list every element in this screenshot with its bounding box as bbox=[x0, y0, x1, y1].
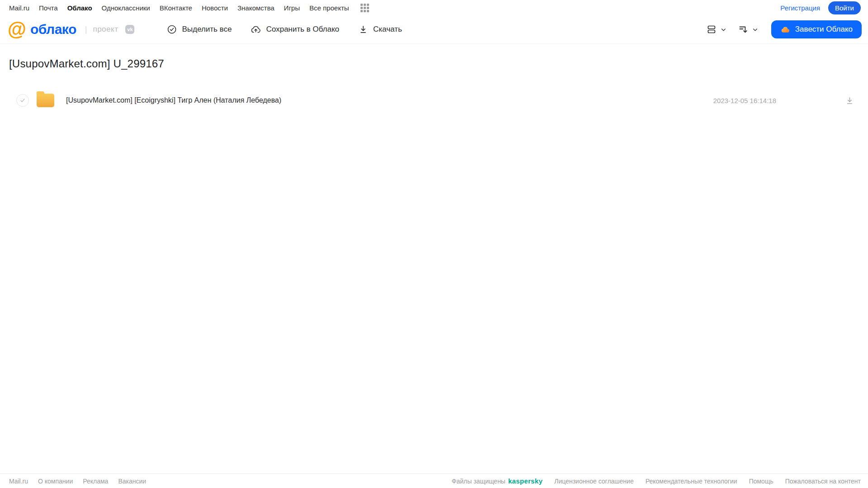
chevron-down-icon bbox=[752, 26, 759, 33]
file-name-link[interactable]: [UsupovMarket.com] [Ecoigryshki] Тигр Ал… bbox=[66, 96, 281, 104]
footer-link-license[interactable]: Лицензионное соглашение bbox=[555, 478, 634, 485]
cloud-logo[interactable]: @ облако | проект vk bbox=[8, 20, 134, 38]
nav-link-all-projects[interactable]: Все проекты bbox=[309, 4, 349, 12]
footer: Mail.ru О компании Реклама Вакансии Файл… bbox=[0, 474, 868, 488]
toolbar-actions: Выделить все Сохранить в Облако Скачать bbox=[167, 24, 402, 35]
projects-grid-icon[interactable] bbox=[360, 4, 369, 12]
kaspersky-logo[interactable]: kaspersky bbox=[508, 477, 542, 485]
protected-label: Файлы защищены bbox=[452, 478, 506, 485]
portal-auth: Регистрация Войти bbox=[780, 1, 861, 14]
create-cloud-button[interactable]: Завести Облако bbox=[771, 20, 862, 38]
save-to-cloud-button[interactable]: Сохранить в Облако bbox=[251, 24, 339, 35]
nav-link-odnoklassniki[interactable]: Одноклассники bbox=[102, 4, 150, 12]
row-download-icon[interactable] bbox=[845, 96, 854, 105]
select-all-label: Выделить все bbox=[182, 25, 232, 34]
mailru-at-icon: @ bbox=[8, 20, 26, 38]
cloud-toolbar: @ облако | проект vk Выделить все Сохран… bbox=[0, 15, 868, 44]
view-mode-dropdown[interactable] bbox=[706, 24, 727, 35]
footer-right-links: Файлы защищены kaspersky Лицензионное со… bbox=[452, 477, 861, 485]
toolbar-right-controls: Завести Облако bbox=[706, 20, 862, 38]
footer-link-vacancies[interactable]: Вакансии bbox=[118, 478, 146, 485]
download-button[interactable]: Скачать bbox=[358, 24, 402, 34]
nav-link-vkontakte[interactable]: ВКонтакте bbox=[160, 4, 192, 12]
cloud-upload-icon bbox=[251, 24, 261, 35]
portal-links: Mail.ru Почта Облако Одноклассники ВКонт… bbox=[9, 4, 369, 12]
footer-link-recommendations[interactable]: Рекомендательные технологии bbox=[645, 478, 737, 485]
registration-link[interactable]: Регистрация bbox=[780, 4, 820, 12]
download-icon bbox=[358, 24, 368, 34]
page-title: [UsupovMarket.com] U_299167 bbox=[9, 57, 868, 70]
create-cloud-label: Завести Облако bbox=[795, 25, 853, 34]
nav-link-mailru[interactable]: Mail.ru bbox=[9, 4, 29, 12]
footer-left-links: Mail.ru О компании Реклама Вакансии bbox=[9, 478, 146, 485]
row-checkbox[interactable] bbox=[16, 94, 29, 107]
project-label: проект bbox=[93, 25, 118, 34]
nav-link-dating[interactable]: Знакомства bbox=[237, 4, 275, 12]
cloud-icon bbox=[780, 24, 791, 35]
file-list-row[interactable]: [UsupovMarket.com] [Ecoigryshki] Тигр Ал… bbox=[0, 89, 868, 112]
vk-badge-icon: vk bbox=[125, 25, 134, 34]
cloud-logo-text: облако bbox=[30, 22, 76, 37]
sort-dropdown[interactable] bbox=[738, 24, 759, 35]
login-button[interactable]: Войти bbox=[828, 1, 861, 14]
nav-link-mail[interactable]: Почта bbox=[39, 4, 58, 12]
footer-link-about[interactable]: О компании bbox=[38, 478, 73, 485]
portal-navbar: Mail.ru Почта Облако Одноклассники ВКонт… bbox=[0, 0, 868, 15]
folder-icon bbox=[37, 94, 54, 107]
nav-link-cloud[interactable]: Облако bbox=[67, 4, 92, 12]
save-to-cloud-label: Сохранить в Облако bbox=[266, 25, 339, 34]
footer-link-mailru[interactable]: Mail.ru bbox=[9, 478, 28, 485]
chevron-down-icon bbox=[720, 26, 727, 33]
file-date: 2023-12-05 16:14:18 bbox=[713, 97, 776, 104]
select-all-button[interactable]: Выделить все bbox=[167, 24, 232, 34]
circle-check-icon bbox=[167, 24, 177, 34]
footer-link-ads[interactable]: Реклама bbox=[83, 478, 108, 485]
footer-link-report[interactable]: Пожаловаться на контент bbox=[785, 478, 861, 485]
sort-icon bbox=[738, 24, 749, 35]
download-label: Скачать bbox=[373, 25, 402, 34]
nav-link-games[interactable]: Игры bbox=[284, 4, 300, 12]
list-view-icon bbox=[706, 24, 717, 35]
check-icon bbox=[19, 97, 26, 104]
kaspersky-protection: Файлы защищены kaspersky bbox=[452, 477, 543, 485]
nav-link-news[interactable]: Новости bbox=[202, 4, 228, 12]
footer-link-help[interactable]: Помощь bbox=[749, 478, 773, 485]
logo-divider: | bbox=[85, 25, 87, 34]
